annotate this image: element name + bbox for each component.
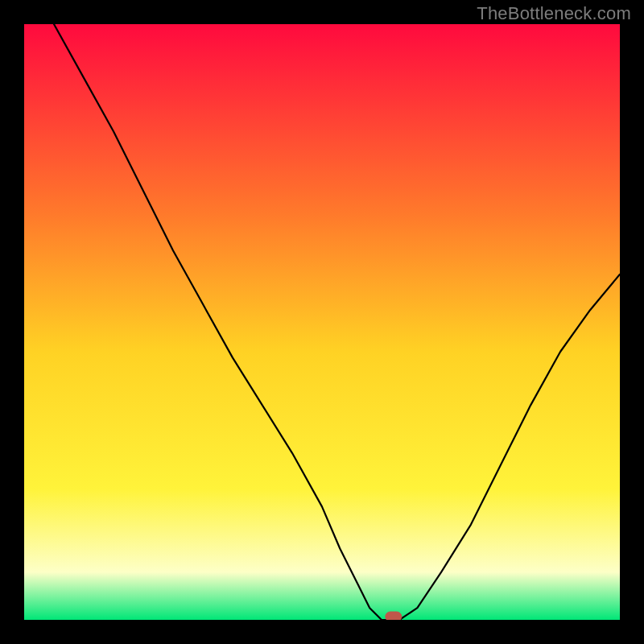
chart-svg	[24, 24, 620, 620]
optimal-marker	[386, 612, 402, 620]
chart-frame: TheBottleneck.com	[0, 0, 644, 644]
gradient-background	[24, 24, 620, 620]
watermark-text: TheBottleneck.com	[477, 3, 631, 24]
plot-area	[24, 24, 620, 620]
